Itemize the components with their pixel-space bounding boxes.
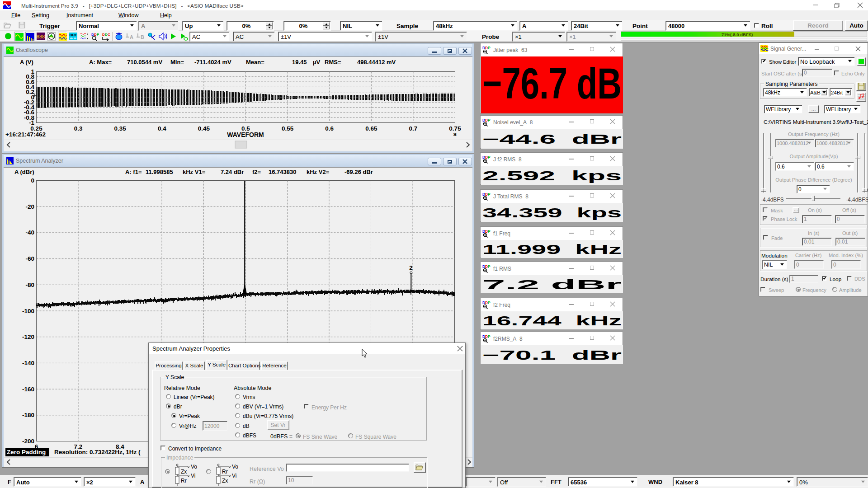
svg-text:-80: -80 (25, 282, 34, 288)
svg-text:WAVEFORM: WAVEFORM (227, 131, 264, 138)
svg-text:-180: -180 (22, 412, 34, 418)
svg-text:0.35: 0.35 (114, 125, 127, 132)
svg-text:P: P (488, 300, 491, 305)
svg-text:Rr: Rr (181, 478, 187, 484)
svg-text:0.55: 0.55 (282, 125, 294, 132)
svg-text:0.45: 0.45 (198, 125, 210, 132)
svg-text:11.999 kHz: 11.999 kHz (482, 242, 622, 257)
svg-text:−76.7 dB: −76.7 dB (482, 59, 622, 108)
svg-text:34.359 kps: 34.359 kps (482, 205, 622, 220)
svg-text:+16:21:47:462: +16:21:47:462 (5, 131, 46, 138)
svg-text:Rr: Rr (222, 469, 228, 475)
svg-text:-60: -60 (25, 255, 34, 262)
svg-text:Vi: Vi (191, 473, 195, 479)
svg-text:-100: -100 (22, 308, 34, 314)
svg-text:P: P (488, 46, 491, 50)
svg-text:P: P (488, 192, 491, 197)
svg-text:P: P (488, 229, 491, 234)
svg-text:-160: -160 (22, 386, 34, 393)
svg-text:P: P (488, 118, 491, 122)
svg-text:0.4: 0.4 (158, 125, 166, 132)
svg-text:P: P (488, 155, 491, 160)
svg-text:0.7: 0.7 (409, 125, 418, 132)
svg-text:16.744 kHz: 16.744 kHz (482, 313, 622, 328)
svg-text:-120: -120 (22, 333, 34, 340)
svg-text:-140: -140 (22, 360, 34, 366)
svg-text:2: 2 (409, 264, 413, 271)
svg-text:2.592 kps: 2.592 kps (482, 168, 622, 183)
svg-text:-40: -40 (25, 229, 34, 236)
svg-text:P: P (488, 334, 491, 339)
svg-text:0.3: 0.3 (74, 125, 83, 132)
svg-text:Vo: Vo (191, 464, 197, 470)
svg-text:7.2 dBr: 7.2 dBr (482, 277, 622, 292)
svg-text:-20: -20 (25, 203, 34, 210)
svg-text:Vi: Vi (232, 473, 236, 479)
svg-text:P: P (488, 264, 491, 269)
svg-text:Vo: Vo (232, 464, 238, 470)
svg-text:Zx: Zx (222, 478, 228, 484)
svg-text:Zx: Zx (181, 469, 187, 475)
svg-text:0.6: 0.6 (325, 125, 334, 132)
svg-text:0.65: 0.65 (365, 125, 377, 132)
svg-text:-200: -200 (22, 438, 34, 445)
svg-text:−44.6 dBr: −44.6 dBr (482, 131, 622, 146)
svg-text:s: s (453, 131, 457, 137)
svg-text:0: 0 (31, 177, 34, 184)
svg-text:−70.1 dBr: −70.1 dBr (482, 347, 622, 362)
